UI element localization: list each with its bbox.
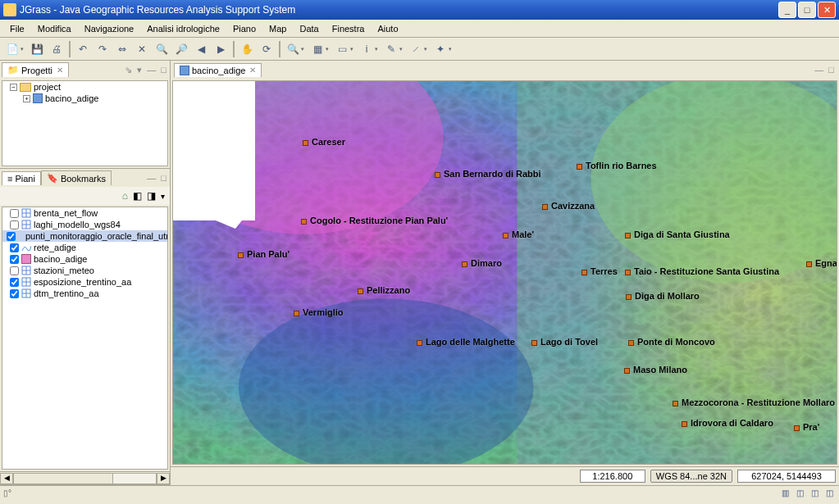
tab-progetti-label: Progetti	[21, 66, 52, 75]
scroll-thumb[interactable]	[14, 474, 113, 484]
layers-list: brenta_net_flowlaghi_modello_wgs84punti_…	[2, 207, 168, 470]
layer-visibility-checkbox[interactable]	[10, 278, 19, 287]
minimize-pane-icon[interactable]: —	[813, 65, 825, 75]
tab-piani[interactable]: ≡ Piani	[2, 171, 41, 185]
layer-row[interactable]: punti_monitoraggio_oracle_final_utm_c	[2, 230, 167, 242]
scroll-left-arrow[interactable]: ◀	[0, 473, 13, 484]
layer-row[interactable]: laghi_modello_wgs84	[2, 219, 167, 230]
pane-menu-icon[interactable]: ▾	[161, 192, 165, 201]
info-icon[interactable]: i	[358, 40, 376, 58]
scroll-right-arrow[interactable]: ▶	[157, 473, 170, 484]
map-feature-label: Diga di Santa Giustina	[625, 229, 730, 239]
scroll-track[interactable]	[13, 473, 157, 484]
layer-row[interactable]: esposizione_trentino_aa	[2, 276, 167, 288]
minimize-pane-icon[interactable]: —	[145, 65, 157, 75]
new-icon[interactable]: 📄	[3, 40, 21, 58]
maximize-pane-icon[interactable]: □	[159, 65, 168, 75]
map-icon	[180, 66, 189, 75]
measure-icon[interactable]: ⟋	[407, 40, 425, 58]
map-feature-label: Dimaro	[462, 258, 502, 268]
style-icon[interactable]: ✦	[431, 40, 449, 58]
menu-file[interactable]: File	[3, 22, 31, 35]
perspective3-icon[interactable]: ◫	[823, 488, 836, 497]
horizontal-scrollbar[interactable]: ◀ ▶	[0, 471, 170, 484]
perspective1-icon[interactable]: ◫	[794, 488, 806, 497]
prevextent-icon[interactable]: ◀	[192, 40, 210, 58]
menu-edit[interactable]: Modifica	[31, 22, 78, 35]
collapse-icon[interactable]: ⇘	[123, 65, 134, 75]
select-icon[interactable]: ▦	[308, 40, 326, 58]
edit-icon[interactable]: ✎	[382, 40, 400, 58]
refresh-icon[interactable]: ⟳	[258, 40, 276, 58]
zoom2-icon[interactable]: 🔍	[284, 40, 302, 58]
collapse-toggle[interactable]: −	[10, 84, 17, 91]
layer-name: dtm_trentino_aa	[34, 288, 99, 298]
pan-icon[interactable]: ✋	[238, 40, 256, 58]
layer-visibility-checkbox[interactable]	[10, 220, 19, 229]
layer-row[interactable]: rete_adige	[2, 242, 167, 253]
clear-icon[interactable]: ▭	[333, 40, 351, 58]
maximize-button[interactable]: □	[798, 2, 816, 18]
app-icon	[3, 3, 16, 16]
menu-navigation[interactable]: Navigazione	[78, 22, 141, 35]
nodata-mask	[173, 81, 255, 220]
save-icon[interactable]: 💾	[28, 40, 46, 58]
tree-root[interactable]: − project	[2, 81, 167, 93]
close-button[interactable]: ✕	[818, 2, 836, 18]
minimize-pane-icon[interactable]: —	[145, 173, 157, 183]
show-view-icon[interactable]: ▥	[779, 488, 791, 497]
menu-icon[interactable]: ▾	[135, 65, 144, 75]
menu-hydro[interactable]: Analisi idrologiche	[140, 22, 226, 35]
maximize-pane-icon[interactable]: □	[827, 65, 836, 75]
layer-visibility-checkbox[interactable]	[10, 209, 19, 218]
menu-piano[interactable]: Piano	[226, 22, 262, 35]
layer-name: stazioni_meteo	[34, 266, 94, 275]
tab-mapview[interactable]: bacino_adige ✕	[174, 63, 262, 77]
move-icon[interactable]: ⇔	[113, 40, 131, 58]
coords-display: 627024, 5144493	[737, 470, 836, 483]
expand-toggle[interactable]: +	[23, 95, 30, 102]
layer-row[interactable]: stazioni_meteo	[2, 265, 167, 276]
layer-visibility-checkbox[interactable]	[10, 289, 19, 298]
toggle1-icon[interactable]: ◧	[133, 190, 142, 202]
zoomout-icon[interactable]: 🔎	[172, 40, 190, 58]
home-icon[interactable]: ⌂	[122, 190, 128, 202]
tree-child[interactable]: + bacino_adige	[2, 93, 167, 104]
zoomin-icon[interactable]: 🔍	[153, 40, 171, 58]
map-feature-label: Male'	[503, 229, 534, 239]
window-titlebar: JGrass - Java Geographic Resources Analy…	[0, 0, 839, 20]
menu-help[interactable]: Aiuto	[371, 22, 404, 35]
menu-window[interactable]: Finestra	[326, 22, 372, 35]
menu-map[interactable]: Map	[262, 22, 293, 35]
layer-visibility-checkbox[interactable]	[7, 232, 16, 241]
minimize-button[interactable]: _	[778, 2, 796, 18]
map-feature-label: Mezzocorona - Restituzione Mollaro	[673, 397, 835, 407]
toggle2-icon[interactable]: ◨	[147, 190, 156, 202]
layer-row[interactable]: dtm_trentino_aa	[2, 288, 167, 299]
scale-display[interactable]: 1:216.800	[580, 470, 645, 483]
undo-icon[interactable]: ↶	[74, 40, 92, 58]
fastview-icon[interactable]: ▯°	[3, 488, 11, 497]
layer-visibility-checkbox[interactable]	[10, 255, 19, 264]
map-feature-label: Cogolo - Restituzione Pian Palu'	[301, 216, 448, 225]
layer-name: bacino_adige	[34, 254, 87, 264]
fullextent-icon[interactable]: ✕	[133, 40, 151, 58]
close-tab-icon[interactable]: ✕	[249, 66, 256, 75]
map-canvas[interactable]: CareserSan Bernardo di RabbiToflin rio B…	[172, 80, 837, 465]
redo-icon[interactable]: ↷	[93, 40, 112, 58]
layer-row[interactable]: bacino_adige	[2, 253, 167, 265]
perspective2-icon[interactable]: ◫	[809, 488, 821, 497]
menu-data[interactable]: Data	[293, 22, 325, 35]
close-tab-icon[interactable]: ✕	[57, 66, 63, 75]
layer-row[interactable]: brenta_net_flow	[2, 207, 167, 219]
tab-bookmarks[interactable]: 🔖 Bookmarks	[41, 170, 112, 185]
tab-progetti[interactable]: 📁 Progetti ✕	[2, 62, 69, 77]
layer-visibility-checkbox[interactable]	[10, 243, 19, 252]
nextextent-icon[interactable]: ▶	[212, 40, 230, 58]
crs-button[interactable]: WGS 84...ne 32N	[650, 470, 732, 483]
map-feature-label: Pellizzano	[358, 285, 410, 295]
layer-visibility-checkbox[interactable]	[10, 266, 19, 275]
maximize-pane-icon[interactable]: □	[159, 173, 168, 183]
layer-name: rete_adige	[34, 243, 76, 252]
print-icon[interactable]: 🖨	[48, 40, 66, 58]
